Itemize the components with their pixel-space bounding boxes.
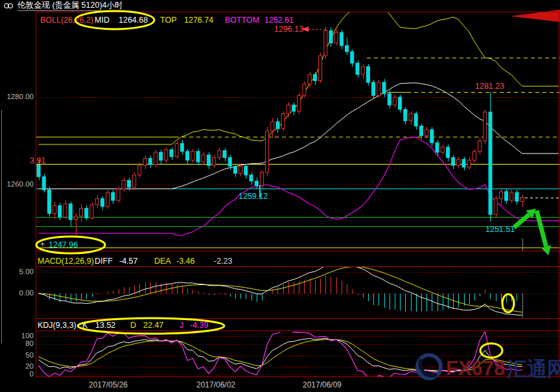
indicator-value: 1252.61 xyxy=(264,16,294,25)
down-candle xyxy=(515,192,519,202)
down-candle xyxy=(351,52,354,63)
down-candle xyxy=(399,97,402,110)
up-candle xyxy=(138,165,141,175)
up-candle xyxy=(271,122,274,131)
down-candle xyxy=(250,175,253,181)
indicator-value: DIFF xyxy=(95,257,113,266)
indicator-value: 22.47 xyxy=(143,321,163,330)
down-candle xyxy=(37,165,40,177)
up-candle xyxy=(393,97,396,105)
up-candle xyxy=(117,189,120,201)
down-candle xyxy=(170,150,173,157)
down-candle xyxy=(228,157,231,167)
up-candle xyxy=(154,152,157,165)
date-label: 2017/05/26 xyxy=(89,380,128,389)
macd-header: MACD(12,26,9)DIFF-4.57DEA-3.46-2.23 xyxy=(38,257,233,266)
down-candle xyxy=(366,67,369,82)
up-candle xyxy=(520,198,524,201)
watermark-brand: FX678 xyxy=(446,357,505,380)
down-candle xyxy=(42,177,45,190)
up-candle xyxy=(53,205,56,213)
up-candle xyxy=(213,157,216,165)
indicator-value: -4.57 xyxy=(119,257,138,266)
up-candle xyxy=(80,209,83,216)
down-candle xyxy=(372,82,375,95)
down-candle xyxy=(207,155,210,165)
up-candle xyxy=(441,147,444,152)
up-candle xyxy=(281,114,285,129)
x-axis: 2017/05/262017/06/022017/06/09 xyxy=(89,380,342,389)
y-axis-tick-label: 5.00 xyxy=(19,268,34,275)
indicator-value: J xyxy=(180,321,183,330)
price-chart-canvas[interactable]: 1296.131281.231259.121251.511247.963.91+… xyxy=(0,0,560,392)
y-axis-tick-label: 1280.00 xyxy=(6,93,34,100)
down-candle xyxy=(404,110,407,121)
up-candle xyxy=(266,131,269,172)
y-axis-tick-label: 20 xyxy=(25,362,34,370)
y-axis-tick-label: 50 xyxy=(25,351,34,359)
down-candle xyxy=(292,105,296,111)
down-candle xyxy=(244,167,248,176)
red-wedge-marker xyxy=(510,10,560,22)
up-candle xyxy=(377,82,380,95)
boll-bands xyxy=(39,5,560,236)
price-labels: 1296.131281.231259.121251.511247.963.91+ xyxy=(30,25,523,251)
down-candle xyxy=(505,192,508,201)
indicator-value: 13.52 xyxy=(95,321,115,330)
down-candle xyxy=(186,152,189,161)
indicator-value: KDJ(9,3,3) xyxy=(38,321,76,330)
indicator-value: DEA xyxy=(154,257,171,266)
down-candle xyxy=(180,144,183,152)
up-candle xyxy=(409,114,412,121)
down-candle xyxy=(462,159,465,167)
highlight-ellipse xyxy=(502,294,514,312)
down-candle xyxy=(430,130,434,143)
highlight-ellipse xyxy=(480,343,502,358)
indicator-value: TOP xyxy=(160,16,176,25)
up-candle xyxy=(218,150,221,157)
up-candle xyxy=(191,152,194,161)
down-candle xyxy=(388,94,391,106)
up-candle xyxy=(165,150,168,160)
up-candle xyxy=(467,160,471,167)
indicator-value: 1276.74 xyxy=(184,16,213,25)
price-label: 1281.23 xyxy=(475,82,504,91)
down-candle xyxy=(414,114,417,126)
up-candle xyxy=(95,199,99,205)
down-candle xyxy=(58,205,62,217)
macd-pane: 5.000.00MACD(12,26,9)DIFF-4.57DEA-3.46-2… xyxy=(19,257,559,317)
indicator-value: -3.46 xyxy=(176,257,195,266)
down-candle xyxy=(100,199,104,207)
down-candle xyxy=(489,112,492,214)
indicator-value: MID xyxy=(95,16,110,25)
down-candle xyxy=(255,181,258,186)
down-candle xyxy=(329,30,332,43)
y-axis-tick-label: 1260.00 xyxy=(6,180,34,188)
up-candle xyxy=(334,32,338,43)
down-candle xyxy=(159,152,163,160)
y-axis-tick-label: 0 xyxy=(30,370,34,378)
up-candle xyxy=(319,56,322,81)
down-candle xyxy=(233,167,237,174)
down-candle xyxy=(111,192,115,200)
dea-line xyxy=(39,267,522,312)
watermark-site: 汇通网 xyxy=(506,358,560,380)
up-candle xyxy=(499,192,502,199)
indicator-value: BOLL(26,26,2) xyxy=(40,16,93,25)
down-candle xyxy=(452,157,455,165)
down-candle xyxy=(382,82,386,94)
up-candle xyxy=(425,130,428,135)
main-pane: 1296.131281.231259.121251.511247.963.91+… xyxy=(6,5,560,251)
up-candle xyxy=(122,180,125,189)
down-candle xyxy=(47,190,51,213)
macd-series xyxy=(39,262,523,317)
up-candle xyxy=(239,167,242,174)
up-candle xyxy=(324,30,327,56)
indicator-value: D xyxy=(130,321,136,330)
indicator-value: MACD(12,26,9) xyxy=(38,257,94,266)
indicator-value: -2.23 xyxy=(214,257,233,266)
up-candle xyxy=(106,192,110,207)
price-label: 1247.96 xyxy=(49,240,78,249)
down-candle xyxy=(276,122,279,129)
down-candle xyxy=(85,209,88,218)
